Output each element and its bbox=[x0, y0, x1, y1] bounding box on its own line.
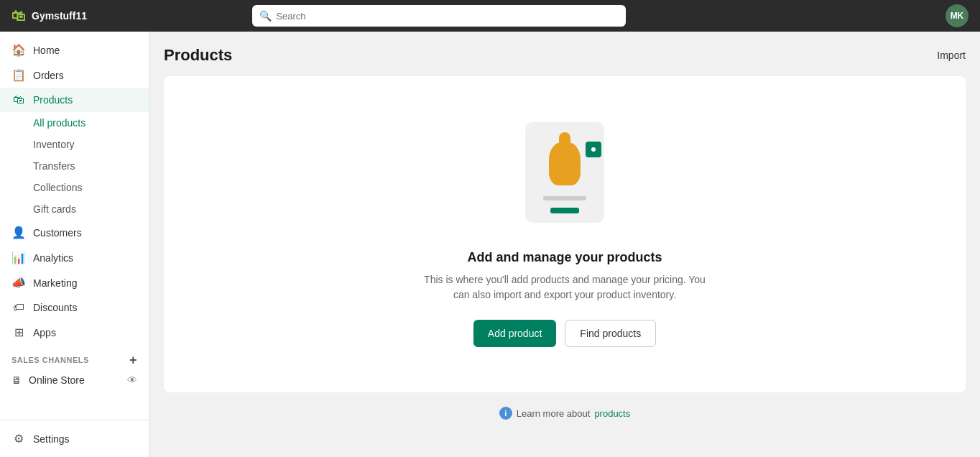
sidebar-item-collections[interactable]: Collections bbox=[0, 177, 149, 198]
sidebar-item-transfers[interactable]: Transfers bbox=[0, 155, 149, 177]
illus-card bbox=[525, 122, 604, 223]
discounts-label: Discounts bbox=[33, 302, 77, 313]
search-input[interactable] bbox=[276, 11, 619, 22]
settings-icon: ⚙ bbox=[11, 432, 26, 446]
main-content: Products Import Add and manage your prod… bbox=[149, 32, 980, 457]
collections-label: Collections bbox=[33, 182, 82, 193]
sidebar: 🏠 Home 📋 Orders 🛍 Products All products … bbox=[0, 32, 149, 457]
empty-state-description: This is where you'll add products and ma… bbox=[421, 272, 708, 303]
online-store-left: 🖥 Online Store bbox=[11, 374, 85, 386]
store-name-label: Gymstuff11 bbox=[32, 10, 87, 22]
learn-more-text: Learn more about bbox=[517, 408, 591, 419]
tag-shape bbox=[586, 142, 601, 157]
transfers-label: Transfers bbox=[33, 160, 75, 172]
online-store-icon: 🖥 bbox=[11, 374, 22, 386]
sidebar-item-apps[interactable]: ⊞ Apps bbox=[0, 320, 149, 345]
shopify-bag-icon: 🛍 bbox=[11, 8, 26, 24]
sidebar-nav: 🏠 Home 📋 Orders 🛍 Products All products … bbox=[0, 32, 149, 420]
sidebar-item-orders-label: Orders bbox=[33, 70, 64, 81]
customers-label: Customers bbox=[33, 227, 82, 239]
sidebar-item-products[interactable]: 🛍 Products bbox=[0, 88, 149, 112]
store-name-container[interactable]: 🛍 Gymstuff11 bbox=[11, 8, 87, 24]
empty-state-card: Add and manage your products This is whe… bbox=[164, 76, 966, 392]
inventory-label: Inventory bbox=[33, 139, 75, 150]
analytics-label: Analytics bbox=[33, 252, 73, 264]
sidebar-bottom: ⚙ Settings bbox=[0, 420, 149, 457]
gift-cards-label: Gift cards bbox=[33, 203, 76, 215]
sidebar-item-marketing[interactable]: 📣 Marketing bbox=[0, 270, 149, 295]
sidebar-item-products-label: Products bbox=[33, 94, 73, 106]
import-button[interactable]: Import bbox=[937, 50, 966, 61]
settings-label: Settings bbox=[33, 433, 70, 445]
illus-line-2 bbox=[550, 208, 579, 213]
all-products-label: All products bbox=[33, 117, 85, 129]
online-store-label: Online Store bbox=[29, 374, 85, 386]
learn-more-section: i Learn more about products bbox=[164, 407, 966, 420]
products-icon: 🛍 bbox=[11, 93, 26, 106]
illus-line-1 bbox=[543, 196, 586, 200]
sidebar-item-home-label: Home bbox=[33, 45, 60, 56]
analytics-icon: 📊 bbox=[11, 251, 26, 264]
sidebar-item-all-products[interactable]: All products bbox=[0, 112, 149, 134]
sidebar-item-online-store[interactable]: 🖥 Online Store 👁 bbox=[0, 369, 149, 391]
sidebar-item-inventory[interactable]: Inventory bbox=[0, 134, 149, 155]
search-icon: 🔍 bbox=[259, 10, 272, 22]
marketing-label: Marketing bbox=[33, 277, 77, 289]
sidebar-item-discounts[interactable]: 🏷 Discounts bbox=[0, 295, 149, 320]
sidebar-item-settings[interactable]: ⚙ Settings bbox=[0, 426, 149, 451]
learn-more-link[interactable]: products bbox=[594, 408, 630, 419]
discounts-icon: 🏷 bbox=[11, 301, 26, 314]
sidebar-item-gift-cards[interactable]: Gift cards bbox=[0, 198, 149, 220]
sales-channels-label: SALES CHANNELS bbox=[11, 356, 89, 364]
apps-icon: ⊞ bbox=[11, 326, 26, 339]
marketing-icon: 📣 bbox=[11, 276, 26, 290]
apps-label: Apps bbox=[33, 327, 56, 338]
bottle-shape bbox=[549, 142, 581, 185]
topbar: 🛍 Gymstuff11 🔍 MK bbox=[0, 0, 980, 32]
search-bar[interactable]: 🔍 bbox=[252, 5, 626, 27]
add-sales-channel-button[interactable]: + bbox=[129, 354, 137, 366]
customers-icon: 👤 bbox=[11, 226, 26, 239]
find-products-button[interactable]: Find products bbox=[565, 320, 656, 347]
sales-channels-section: SALES CHANNELS + bbox=[0, 345, 149, 369]
product-illustration bbox=[518, 122, 611, 230]
home-icon: 🏠 bbox=[11, 43, 26, 57]
avatar[interactable]: MK bbox=[946, 4, 969, 27]
sidebar-item-analytics[interactable]: 📊 Analytics bbox=[0, 245, 149, 270]
cta-button-row: Add product Find products bbox=[473, 320, 656, 347]
page-title: Products bbox=[164, 46, 232, 65]
sidebar-item-home[interactable]: 🏠 Home bbox=[0, 37, 149, 63]
sidebar-item-orders[interactable]: 📋 Orders bbox=[0, 63, 149, 88]
add-product-button[interactable]: Add product bbox=[473, 320, 557, 347]
orders-icon: 📋 bbox=[11, 68, 26, 82]
main-layout: 🏠 Home 📋 Orders 🛍 Products All products … bbox=[0, 32, 980, 457]
empty-state-title: Add and manage your products bbox=[467, 250, 662, 265]
page-header: Products Import bbox=[164, 46, 966, 65]
info-icon: i bbox=[499, 407, 512, 420]
sidebar-item-customers[interactable]: 👤 Customers bbox=[0, 220, 149, 245]
eye-icon[interactable]: 👁 bbox=[127, 374, 137, 386]
